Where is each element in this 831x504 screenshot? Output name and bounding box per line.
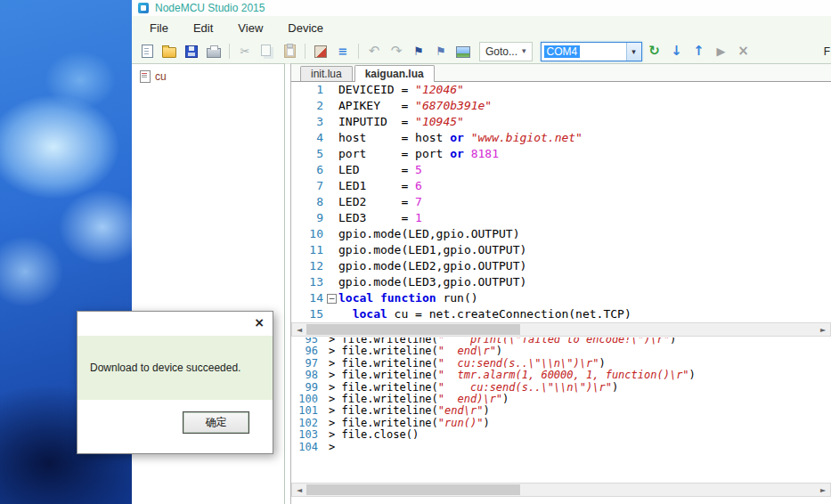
- code-line[interactable]: 14−local function run(): [291, 290, 831, 306]
- flag-icon: ⚑: [413, 45, 424, 57]
- code-line[interactable]: 6LED = 5: [291, 162, 831, 178]
- upload-from-device-button[interactable]: ↑: [689, 43, 709, 61]
- code-line[interactable]: 101> file.writeline("end\r"): [291, 405, 831, 417]
- tree-item-cu[interactable]: cu: [132, 64, 284, 89]
- code-line[interactable]: 12gpio.mode(LED2,gpio.OUTPUT): [291, 258, 831, 274]
- chevron-down-icon[interactable]: ▾: [626, 43, 641, 61]
- undo-button[interactable]: ↶: [364, 43, 384, 61]
- tab-kaiguan-lua[interactable]: kaiguan.lua: [354, 65, 435, 82]
- line-number: 104: [291, 442, 322, 453]
- bookmark-button[interactable]: ⚑: [409, 43, 428, 61]
- code-line[interactable]: 96> file.writeline(" end\r"): [291, 345, 831, 357]
- code-line[interactable]: 100> file.writeline(" end)\r"): [291, 394, 831, 405]
- dialog-close-icon[interactable]: ×: [254, 315, 265, 329]
- code-line[interactable]: 102> file.writeline("run()"): [291, 418, 831, 429]
- line-number: 3: [291, 114, 327, 130]
- refresh-ports-button[interactable]: ↻: [645, 43, 664, 61]
- save-floppy-icon: [185, 45, 198, 58]
- code-line[interactable]: 2APIKEY = "6870b391e": [291, 98, 831, 114]
- code-line[interactable]: 98> file.writeline(" tmr.alarm(1, 60000,…: [291, 370, 831, 381]
- line-number: 8: [291, 194, 327, 210]
- fold-marker-icon[interactable]: −: [327, 294, 337, 304]
- copy-button[interactable]: [257, 43, 277, 61]
- save-button[interactable]: [182, 43, 201, 61]
- console-horizontal-scrollbar[interactable]: ◄ ►: [291, 483, 831, 497]
- scroll-left-icon[interactable]: ◄: [292, 323, 306, 336]
- print-button[interactable]: [204, 43, 224, 61]
- code-editor[interactable]: 1DEVICEID = "12046"2APIKEY = "6870b391e"…: [291, 82, 831, 322]
- code-line[interactable]: 104>: [291, 442, 831, 453]
- code-line[interactable]: 5port = port or 8181: [291, 146, 831, 162]
- code-line[interactable]: 7LED1 = 6: [291, 178, 831, 194]
- code-text: gpio.mode(LED3,gpio.OUTPUT): [338, 275, 526, 289]
- refresh-icon: ↻: [648, 45, 660, 58]
- menu-item-file[interactable]: File: [137, 17, 181, 39]
- code-line[interactable]: 13gpio.mode(LED3,gpio.OUTPUT): [291, 274, 831, 290]
- paste-button[interactable]: [280, 43, 299, 61]
- scroll-track[interactable]: [306, 323, 816, 336]
- format-button[interactable]: [311, 43, 330, 61]
- scroll-left-icon[interactable]: ◄: [292, 484, 306, 496]
- toolbar-separator: [305, 44, 306, 59]
- list-lines-icon: ≡: [338, 45, 348, 57]
- code-line[interactable]: 15 local cu = net.createConnection(net.T…: [291, 306, 831, 322]
- cut-button[interactable]: ✂: [235, 43, 255, 61]
- line-number: 14: [291, 290, 327, 306]
- bookmark-next-button[interactable]: ⚑: [431, 43, 451, 61]
- stamp-icon: [314, 45, 327, 58]
- code-line[interactable]: 10gpio.mode(LED,gpio.OUTPUT): [291, 226, 831, 242]
- menu-item-view[interactable]: View: [225, 17, 275, 39]
- code-line[interactable]: 97> file.writeline(" cu:send(s..\"\\n\")…: [291, 358, 831, 370]
- console-output[interactable]: 95> file.writeline(" print(\"failed to e…: [291, 337, 831, 465]
- line-numbers-button[interactable]: ≡: [333, 43, 353, 61]
- play-icon: ▶: [717, 45, 726, 57]
- code-line[interactable]: 103> file.close(): [291, 429, 831, 441]
- tab-init-lua[interactable]: init.lua: [300, 66, 353, 81]
- line-number: 102: [291, 418, 322, 429]
- editor-horizontal-scrollbar[interactable]: ◄ ►: [291, 322, 831, 337]
- scissors-icon: ✂: [240, 45, 250, 57]
- line-number: 10: [291, 226, 327, 242]
- code-line[interactable]: 4host = host or "www.bigiot.net": [291, 130, 831, 146]
- dialog-ok-button[interactable]: 确定: [183, 411, 249, 434]
- menu-item-device[interactable]: Device: [275, 17, 336, 39]
- com-port-select[interactable]: COM4 ▾: [541, 42, 642, 61]
- goto-dropdown[interactable]: Goto... ▾: [479, 42, 533, 61]
- code-line[interactable]: 9LED3 = 1: [291, 210, 831, 226]
- code-line[interactable]: 8LED2 = 7: [291, 194, 831, 210]
- stop-button[interactable]: ×: [734, 43, 754, 61]
- code-line[interactable]: 1DEVICEID = "12046": [291, 82, 831, 98]
- scroll-thumb[interactable]: [306, 484, 520, 495]
- line-number: 97: [291, 358, 322, 370]
- line-number: 101: [291, 405, 322, 417]
- new-file-button[interactable]: [137, 43, 157, 61]
- download-to-device-button[interactable]: ↓: [667, 43, 687, 61]
- line-number: 9: [291, 210, 327, 226]
- redo-button[interactable]: ↷: [387, 43, 406, 61]
- scroll-right-icon[interactable]: ►: [816, 484, 830, 496]
- code-line[interactable]: 99> file.writeline(" cu:send(s..\"\\n\")…: [291, 382, 831, 394]
- printer-icon: [207, 48, 221, 58]
- fold-column: −: [327, 290, 338, 306]
- flag-next-icon: ⚑: [436, 45, 446, 57]
- code-line[interactable]: 11gpio.mode(LED1,gpio.OUTPUT): [291, 242, 831, 258]
- menu-item-edit[interactable]: Edit: [181, 17, 225, 39]
- code-text: > file.writeline(" end)\r"): [329, 393, 509, 405]
- scroll-thumb[interactable]: [306, 324, 520, 335]
- code-text: APIKEY = "6870b391e": [338, 99, 492, 112]
- code-text: > file.writeline(" end\r"): [329, 345, 502, 357]
- line-number: 2: [291, 98, 327, 114]
- close-x-icon: ×: [737, 45, 749, 58]
- code-text: > file.writeline(" cu:send(s..\"\\n\")\r…: [329, 357, 606, 370]
- run-button[interactable]: ▶: [712, 43, 731, 61]
- title-bar[interactable]: NodeMCU Studio 2015: [132, 0, 831, 16]
- code-line[interactable]: 3INPUTID = "10945": [291, 114, 831, 130]
- scroll-right-icon[interactable]: ►: [816, 323, 830, 336]
- scroll-track[interactable]: [306, 484, 816, 496]
- code-text: > file.writeline("run()"): [329, 417, 490, 429]
- toolbar-right-label: F: [824, 45, 831, 58]
- chevron-down-icon: ▾: [522, 47, 526, 55]
- snippet-button[interactable]: [453, 43, 473, 61]
- code-text: LED = 5: [338, 163, 422, 176]
- open-file-button[interactable]: [159, 43, 179, 61]
